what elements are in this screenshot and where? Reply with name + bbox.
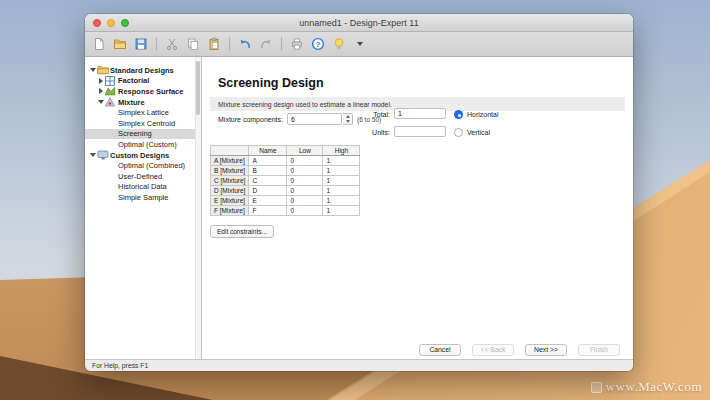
low-cell[interactable]: 0 xyxy=(287,196,323,206)
svg-text:?: ? xyxy=(316,40,321,49)
sidebar-item-mixture[interactable]: Mixture xyxy=(85,97,201,108)
watermark: www.MacW.com xyxy=(591,379,702,395)
sidebar-item-label: Optimal (Combined) xyxy=(118,161,185,170)
low-cell[interactable]: 0 xyxy=(287,166,323,176)
app-window: unnamed1 - Design-Expert 11 ? Standard D… xyxy=(85,14,633,371)
save-icon[interactable] xyxy=(133,36,149,52)
high-cell[interactable]: 1 xyxy=(323,176,360,186)
row-header-cell: E [Mixture] xyxy=(211,196,249,206)
traffic-lights xyxy=(93,14,129,31)
components-stepper[interactable] xyxy=(343,113,353,125)
sidebar-item-optimal-combined[interactable]: Optimal (Combined) xyxy=(85,160,201,171)
total-input[interactable] xyxy=(394,108,446,119)
sidebar-item-response-surface[interactable]: Response Surface xyxy=(85,86,201,97)
edit-constraints-button[interactable]: Edit constraints... xyxy=(210,225,274,238)
sidebar-item-standard-designs[interactable]: Standard Designs xyxy=(85,65,201,76)
factorial-grid-icon xyxy=(105,76,118,86)
next-button[interactable]: Next >> xyxy=(525,344,567,356)
redo-icon[interactable] xyxy=(258,36,274,52)
disclosure-triangle-icon[interactable] xyxy=(89,153,97,157)
close-window-button[interactable] xyxy=(93,19,101,27)
zoom-window-button[interactable] xyxy=(121,19,129,27)
sidebar-scrollbar[interactable] xyxy=(195,57,201,359)
help-icon[interactable]: ? xyxy=(310,36,326,52)
page-title: Screening Design xyxy=(218,76,324,90)
disclosure-triangle-icon[interactable] xyxy=(97,78,105,84)
table-row: D [Mixture] D 0 1 xyxy=(211,186,360,196)
new-file-icon[interactable] xyxy=(91,36,107,52)
disclosure-triangle-icon[interactable] xyxy=(89,68,97,72)
low-cell[interactable]: 0 xyxy=(287,176,323,186)
sidebar-item-label: Simplex Lattice xyxy=(118,108,169,117)
status-text: For Help, press F1 xyxy=(92,362,148,369)
wizard-buttons: Cancel << Back Next >> Finish xyxy=(419,344,620,356)
folder-icon xyxy=(97,65,110,75)
toolbar-separator xyxy=(156,37,157,51)
radio-horizontal[interactable]: Horizontal xyxy=(454,110,499,119)
open-file-icon[interactable] xyxy=(112,36,128,52)
sidebar-item-screening[interactable]: Screening xyxy=(85,129,201,140)
sidebar-item-user-defined[interactable]: User-Defined xyxy=(85,171,201,182)
radio-unselected-icon xyxy=(454,128,463,137)
sidebar-item-historical-data[interactable]: Historical Data xyxy=(85,182,201,193)
row-header-cell: F [Mixture] xyxy=(211,206,249,216)
name-cell[interactable]: A xyxy=(249,156,287,166)
sidebar-item-simple-sample[interactable]: Simple Sample xyxy=(85,192,201,203)
high-cell[interactable]: 1 xyxy=(323,156,360,166)
copy-icon[interactable] xyxy=(185,36,201,52)
sidebar-item-optimal-custom[interactable]: Optimal (Custom) xyxy=(85,139,201,150)
table-row: F [Mixture] F 0 1 xyxy=(211,206,360,216)
sidebar-item-simplex-lattice[interactable]: Simplex Lattice xyxy=(85,107,201,118)
high-cell[interactable]: 1 xyxy=(323,206,360,216)
toolbar-overflow-caret-icon[interactable] xyxy=(352,36,368,52)
tips-lightbulb-icon[interactable] xyxy=(331,36,347,52)
low-cell[interactable]: 0 xyxy=(287,156,323,166)
toolbar-separator xyxy=(281,37,282,51)
scrollbar-thumb[interactable] xyxy=(196,61,200,115)
total-label: Total: xyxy=(360,111,390,118)
table-header-row: Name Low High xyxy=(211,146,360,156)
sidebar-item-label: Simplex Centroid xyxy=(118,119,175,128)
name-cell[interactable]: D xyxy=(249,186,287,196)
name-cell[interactable]: E xyxy=(249,196,287,206)
cut-icon[interactable] xyxy=(164,36,180,52)
sidebar-item-label: Custom Designs xyxy=(110,151,169,160)
stepper-up-icon[interactable] xyxy=(346,115,350,118)
sidebar-item-factorial[interactable]: Factorial xyxy=(85,76,201,87)
low-cell[interactable]: 0 xyxy=(287,186,323,196)
sidebar-item-custom-designs[interactable]: Custom Designs xyxy=(85,150,201,161)
mixture-triangle-icon xyxy=(105,97,118,107)
paste-icon[interactable] xyxy=(206,36,222,52)
undo-icon[interactable] xyxy=(237,36,253,52)
name-cell[interactable]: B xyxy=(249,166,287,176)
toolbar-separator xyxy=(229,37,230,51)
disclosure-triangle-icon[interactable] xyxy=(97,100,105,104)
corner-header-cell xyxy=(211,146,249,156)
sidebar-item-label: Simple Sample xyxy=(118,193,168,202)
stepper-down-icon[interactable] xyxy=(346,120,350,123)
high-cell[interactable]: 1 xyxy=(323,186,360,196)
mixture-components-input[interactable] xyxy=(287,113,342,125)
row-header-cell: A [Mixture] xyxy=(211,156,249,166)
titlebar[interactable]: unnamed1 - Design-Expert 11 xyxy=(85,14,633,32)
print-icon[interactable] xyxy=(289,36,305,52)
table-row: E [Mixture] E 0 1 xyxy=(211,196,360,206)
units-input[interactable] xyxy=(394,126,446,137)
sidebar-item-simplex-centroid[interactable]: Simplex Centroid xyxy=(85,118,201,129)
sidebar-item-label: Historical Data xyxy=(118,182,167,191)
screening-design-panel: Screening Design Mixture screening desig… xyxy=(202,57,633,359)
radio-vertical[interactable]: Vertical xyxy=(454,128,490,137)
high-cell[interactable]: 1 xyxy=(323,166,360,176)
high-column-header: High xyxy=(323,146,360,156)
name-cell[interactable]: F xyxy=(249,206,287,216)
name-column-header: Name xyxy=(249,146,287,156)
low-cell[interactable]: 0 xyxy=(287,206,323,216)
name-cell[interactable]: C xyxy=(249,176,287,186)
cancel-button[interactable]: Cancel xyxy=(419,344,461,356)
monitor-icon xyxy=(97,150,110,160)
high-cell[interactable]: 1 xyxy=(323,196,360,206)
minimize-window-button[interactable] xyxy=(107,19,115,27)
sidebar-item-label: Mixture xyxy=(118,98,145,107)
finish-button: Finish xyxy=(578,344,620,356)
disclosure-triangle-icon[interactable] xyxy=(97,88,105,94)
